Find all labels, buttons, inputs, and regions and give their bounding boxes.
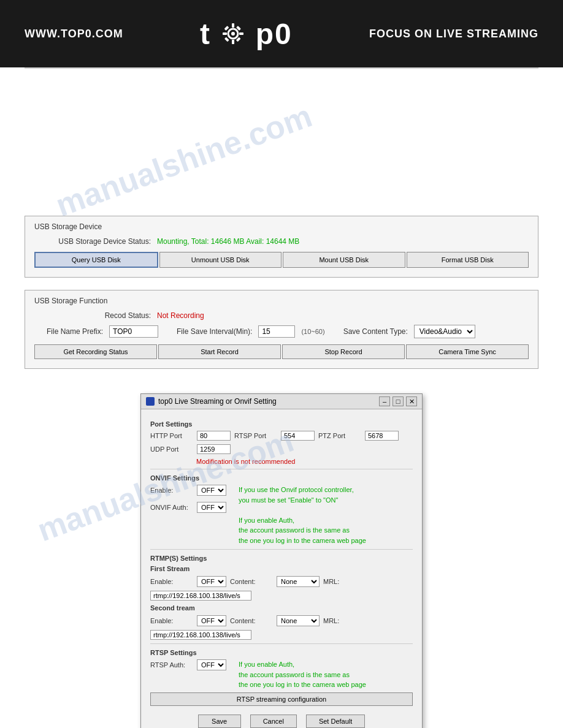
onvif-settings-left: Enable: OFF ON ONVIF Auth: OFF ON xyxy=(150,485,226,545)
rtsp-auth-label: RTSP Auth: xyxy=(150,661,193,669)
usb-storage-function-panel: USB Storage Function Recod Status: Not R… xyxy=(25,290,538,369)
dialog-close-button[interactable]: ✕ xyxy=(406,396,417,406)
watermark-1: manualshine.com xyxy=(51,97,316,224)
udp-port-input[interactable] xyxy=(197,444,231,454)
usb-status-label: USB Storage Device Status: xyxy=(34,237,157,246)
website-label: WWW.TOP0.COM xyxy=(25,28,123,40)
main-content: manualshine.com manualshine.com USB Stor… xyxy=(0,69,563,728)
rtsp-settings-left: RTSP Auth: OFF ON xyxy=(150,659,226,690)
rtsp-note: If you enable Auth, the account password… xyxy=(239,659,366,690)
dialog-title: top0 Live Streaming or Onvif Setting xyxy=(158,397,277,406)
first-stream-content-select[interactable]: None Main Sub xyxy=(277,576,320,587)
dlg-divider-1 xyxy=(150,469,413,469)
port-settings-row: HTTP Port RTSP Port PTZ Port UDP Port xyxy=(150,431,413,454)
dialog-titlebar-left: top0 Live Streaming or Onvif Setting xyxy=(146,397,277,406)
rtsp-auth-row: RTSP Auth: OFF ON xyxy=(150,659,226,670)
svg-rect-8 xyxy=(224,37,229,42)
second-stream-content-select[interactable]: None Main Sub xyxy=(277,615,320,626)
onvif-note-line5: the one you log in to the camera web pag… xyxy=(239,537,366,544)
onvif-settings-content: Enable: OFF ON ONVIF Auth: OFF ON xyxy=(150,485,413,545)
dialog-body: Port Settings HTTP Port RTSP Port PTZ Po… xyxy=(141,409,422,728)
usb-status-row: USB Storage Device Status: Mounting, Tot… xyxy=(34,237,529,246)
recod-status-value: Not Recording xyxy=(157,311,204,320)
port-modification-note: Modification is not recommended xyxy=(196,458,295,465)
ptz-port-input[interactable] xyxy=(365,431,399,441)
first-stream-row: Enable: OFF ON Content: None Main Sub MR… xyxy=(150,576,413,601)
dlg-divider-2 xyxy=(150,549,413,550)
dialog-minimize-button[interactable]: – xyxy=(379,396,390,406)
rtsp-streaming-config-button[interactable]: RTSP streaming configuration xyxy=(150,692,413,706)
dialog-titlebar: top0 Live Streaming or Onvif Setting – □… xyxy=(141,394,422,409)
onvif-note: If you use the Onvif protocol controller… xyxy=(239,485,366,545)
first-stream-enable-label: Enable: xyxy=(150,578,193,585)
onvif-settings-right: If you use the Onvif protocol controller… xyxy=(236,485,366,545)
dialog-maximize-button[interactable]: □ xyxy=(393,396,404,406)
port-modification-note-row: Modification is not recommended xyxy=(150,458,413,465)
ptz-port-label: PTZ Port xyxy=(318,432,361,439)
first-stream-title-row: First Stream xyxy=(150,565,413,572)
first-stream-mrl-input[interactable] xyxy=(150,591,251,601)
recording-button-row: Get Recording Status Start Record Stop R… xyxy=(34,344,529,359)
recod-status-row: Recod Status: Not Recording xyxy=(34,311,529,320)
dialog-set-default-button[interactable]: Set Default xyxy=(306,715,365,728)
second-stream-content-label: Content: xyxy=(230,617,273,624)
file-name-prefix-label: File Name Prefix: xyxy=(34,327,103,336)
rtsp-auth-select[interactable]: OFF ON xyxy=(197,659,226,670)
onvif-auth-select[interactable]: OFF ON xyxy=(197,502,226,513)
usb-storage-function-title: USB Storage Function xyxy=(34,297,529,305)
onvif-auth-label: ONVIF Auth: xyxy=(150,504,193,511)
get-recording-status-button[interactable]: Get Recording Status xyxy=(34,344,157,359)
dlg-divider-3 xyxy=(150,643,413,644)
save-content-type-label: Save Content Type: xyxy=(331,327,408,336)
dialog-overlay: top0 Live Streaming or Onvif Setting – □… xyxy=(25,393,538,728)
onvif-settings-title: ONVIF Settings xyxy=(150,474,413,482)
second-stream-mrl-label: MRL: xyxy=(323,617,366,624)
first-stream-enable-select[interactable]: OFF ON xyxy=(197,576,226,587)
second-stream-row: Enable: OFF ON Content: None Main Sub MR… xyxy=(150,615,413,640)
tagline-label: FOCUS ON LIVE STREAMING xyxy=(369,28,538,40)
second-stream-enable-select[interactable]: OFF ON xyxy=(197,615,226,626)
second-stream-mrl-input[interactable] xyxy=(150,630,251,640)
onvif-note-line4: the account password is the same as xyxy=(239,526,350,534)
file-name-prefix-input[interactable] xyxy=(109,325,158,338)
stop-record-button[interactable]: Stop Record xyxy=(282,344,405,359)
dialog-app-icon xyxy=(146,397,155,406)
onvif-note-line3: If you enable Auth, xyxy=(239,517,294,524)
start-record-button[interactable]: Start Record xyxy=(158,344,281,359)
dialog-cancel-button[interactable]: Cancel xyxy=(250,715,297,728)
usb-button-row: Query USB Disk Unmount USB Disk Mount US… xyxy=(34,252,529,268)
onvif-enable-select[interactable]: OFF ON xyxy=(197,485,226,496)
usb-storage-device-panel: USB Storage Device USB Storage Device St… xyxy=(25,216,538,278)
unmount-usb-button[interactable]: Unmount USB Disk xyxy=(159,252,282,268)
rtsp-note-line2: the account password is the same as xyxy=(239,671,350,678)
onvif-auth-row: ONVIF Auth: OFF ON xyxy=(150,502,226,513)
rtsp-port-input[interactable] xyxy=(281,431,315,441)
second-stream-title-row: Second tream xyxy=(150,604,413,612)
http-port-input[interactable] xyxy=(197,431,231,441)
second-stream-enable-label: Enable: xyxy=(150,617,193,624)
format-usb-button[interactable]: Format USB Disk xyxy=(407,252,529,268)
camera-time-sync-button[interactable]: Camera Time Sync xyxy=(406,344,529,359)
onvif-enable-row: Enable: OFF ON xyxy=(150,485,226,496)
save-content-type-select[interactable]: Video&Audio Video Only Audio Only xyxy=(414,325,475,338)
mount-usb-button[interactable]: Mount USB Disk xyxy=(283,252,405,268)
rtsp-settings-content: RTSP Auth: OFF ON If you enable Auth, th… xyxy=(150,659,413,690)
dialog-save-button[interactable]: Save xyxy=(198,715,241,728)
streaming-dialog: top0 Live Streaming or Onvif Setting – □… xyxy=(140,393,423,728)
logo-area: t p0 xyxy=(123,17,369,51)
first-stream-mrl-label: MRL: xyxy=(323,578,366,585)
udp-port-label: UDP Port xyxy=(150,446,193,453)
svg-rect-3 xyxy=(232,40,234,44)
svg-rect-2 xyxy=(232,23,234,28)
dialog-button-row: Save Cancel Set Default xyxy=(150,715,413,729)
rtsp-settings-right: If you enable Auth, the account password… xyxy=(236,659,366,690)
file-save-interval-hint: (10~60) xyxy=(301,328,324,335)
file-save-interval-input[interactable] xyxy=(258,325,295,338)
recod-status-label: Recod Status: xyxy=(34,311,157,320)
file-save-interval-label: File Save Interval(Min): xyxy=(164,327,252,336)
first-stream-content-label: Content: xyxy=(230,578,273,585)
rtsp-note-line1: If you enable Auth, xyxy=(239,661,294,668)
svg-rect-6 xyxy=(224,26,229,31)
dialog-controls: – □ ✕ xyxy=(379,396,417,406)
query-usb-button[interactable]: Query USB Disk xyxy=(34,252,158,268)
